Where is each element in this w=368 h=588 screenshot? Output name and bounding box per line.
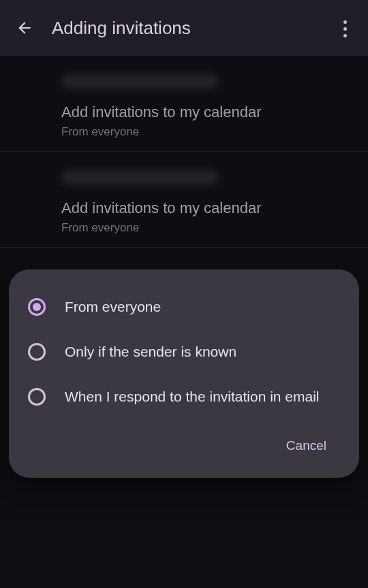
back-button[interactable] <box>8 12 41 44</box>
overflow-menu-button[interactable] <box>328 12 361 45</box>
account-email-redacted <box>61 171 218 184</box>
option-dialog: From everyone Only if the sender is know… <box>9 270 359 478</box>
account-email-redacted <box>61 75 218 88</box>
account-section: Add invitations to my calendar From ever… <box>0 152 368 248</box>
page-title: Adding invitations <box>52 18 191 39</box>
account-section: Add invitations to my calendar From ever… <box>0 56 368 152</box>
app-bar: Adding invitations <box>0 0 368 56</box>
radio-label: From everyone <box>65 299 161 315</box>
radio-label: When I respond to the invitation in emai… <box>65 389 320 405</box>
cancel-button[interactable]: Cancel <box>278 433 335 459</box>
radio-option-from-everyone[interactable]: From everyone <box>24 291 344 336</box>
setting-subtitle: From everyone <box>61 221 368 235</box>
radio-label: Only if the sender is known <box>65 344 236 360</box>
radio-option-sender-known[interactable]: Only if the sender is known <box>24 336 344 381</box>
more-vert-icon <box>343 20 347 24</box>
arrow-back-icon <box>16 19 33 37</box>
radio-button-icon <box>28 298 46 316</box>
radio-button-icon <box>28 388 46 406</box>
radio-button-icon <box>28 343 46 361</box>
setting-row[interactable]: Add invitations to my calendar From ever… <box>0 103 368 139</box>
setting-title: Add invitations to my calendar <box>61 199 368 217</box>
setting-subtitle: From everyone <box>61 125 368 139</box>
setting-row[interactable]: Add invitations to my calendar From ever… <box>0 199 368 235</box>
setting-title: Add invitations to my calendar <box>61 103 368 121</box>
dialog-actions: Cancel <box>24 426 344 463</box>
radio-option-respond-email[interactable]: When I respond to the invitation in emai… <box>24 381 344 426</box>
